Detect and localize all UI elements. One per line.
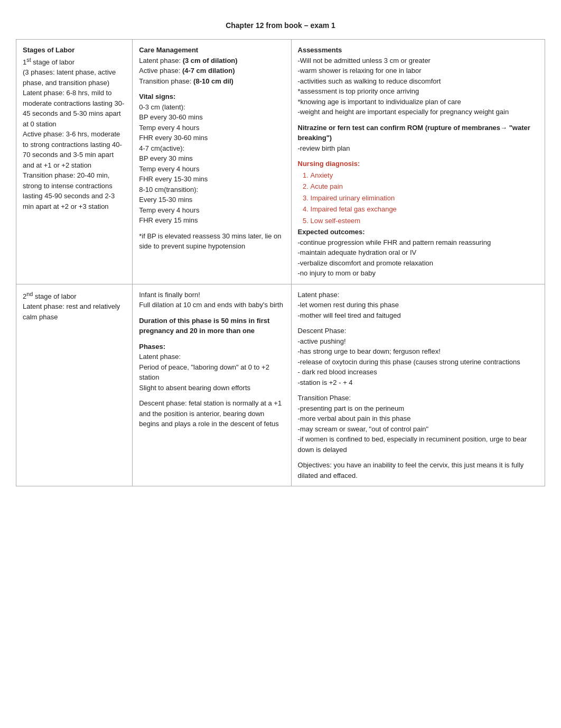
- full-dilation: Full dilation at 10 cm and ends with bab…: [139, 300, 284, 310]
- expected-2: -maintain adequate hydration oral or IV: [298, 247, 538, 258]
- phases-heading: Phases:: [139, 342, 284, 352]
- vs-latent-label: 0-3 cm (latent):: [139, 102, 284, 113]
- active-dilation: Active phase: (4-7 cm dilation): [139, 66, 284, 76]
- descent-urge: -has strong urge to bear down; ferguson …: [298, 346, 538, 357]
- nursing-diagnosis-list: Anxiety Acute pain Impaired urinary elim…: [298, 170, 538, 226]
- page-title: Chapter 12 from book – exam 1: [16, 21, 545, 30]
- col1-row1: Stages of Labor 1st stage of labor (3 ph…: [16, 40, 133, 284]
- latent-phase-desc: Latent phase: 6-8 hrs, mild to moderate …: [23, 88, 126, 129]
- nursing-item-2: Acute pain: [311, 181, 538, 192]
- second-stage-latent: Latent phase: rest and relatively calm p…: [23, 301, 126, 322]
- vs-transition-temp: Temp every 4 hours: [139, 205, 284, 216]
- stages-heading: Stages of Labor: [23, 45, 126, 56]
- vs-transition-label: 8-10 cm(transition):: [139, 185, 284, 195]
- first-stage-label: 1st stage of labor: [23, 56, 126, 68]
- vs-transition-fhr: FHR every 15 mins: [139, 215, 284, 226]
- vs-active-temp: Temp every 4 hours: [139, 164, 284, 174]
- latent-dilation: Latent phase: (3 cm of dilation): [139, 56, 284, 66]
- descent-phase-text: Descent phase: fetal station is normally…: [139, 398, 284, 429]
- active-dilation-bold: (4-7 cm dilation): [182, 67, 235, 75]
- col2-row1: Care Management Latent phase: (3 cm of d…: [133, 40, 291, 284]
- objectives-text: Objectives: you have an inability to fee…: [298, 460, 538, 481]
- phases-latent-label: Latent phase:: [139, 352, 284, 362]
- nitrazine-text: Nitrazine or fern test can confirm ROM (…: [298, 123, 538, 143]
- vs-latent-bp: BP every 30-60 mins: [139, 112, 284, 123]
- descent-station: -station is +2 - + 4: [298, 377, 538, 388]
- table-row-2: 2nd stage of labor Latent phase: rest an…: [16, 284, 545, 486]
- latent-heading-r2: Latent phase:: [298, 290, 538, 300]
- transition-dilation: Transition phase: (8-10 cm dil): [139, 76, 284, 87]
- vs-transition-every: Every 15-30 mins: [139, 195, 284, 205]
- vital-signs-heading: Vital signs:: [139, 91, 284, 102]
- vs-active-fhr: FHR every 15-30 mins: [139, 174, 284, 185]
- duration-text: Duration of this phase is 50 mins in fir…: [139, 316, 284, 336]
- transition-dilation-bold: (8-10 cm dil): [193, 77, 233, 85]
- descent-pushing: -active pushing!: [298, 336, 538, 347]
- bp-note: *if BP is elevated reassess 30 mins late…: [139, 231, 284, 252]
- assessments-heading: Assessments: [298, 45, 538, 56]
- latent-dilation-bold: (3 cm of dilation): [183, 57, 238, 64]
- assessment-admit: -Will not be admitted unless 3 cm or gre…: [298, 56, 538, 66]
- transition-phase-desc: Transition phase: 20-40 min, strong to i…: [23, 170, 126, 211]
- second-stage-label: 2nd stage of labor: [23, 290, 126, 302]
- assessment-priority: *assessment is top priority once arrivin…: [298, 86, 538, 97]
- descent-oxytocin: -release of oxytocin during this phase (…: [298, 357, 538, 367]
- transition-confined: -if women is confined to bed, especially…: [298, 434, 538, 455]
- table-row-1: Stages of Labor 1st stage of labor (3 ph…: [16, 40, 545, 284]
- latent-rest: -let women rest during this phase: [298, 300, 538, 310]
- active-phase-desc: Active phase: 3-6 hrs, moderate to stron…: [23, 129, 126, 170]
- nursing-item-4: Impaired fetal gas exchange: [311, 204, 538, 215]
- vs-latent-fhr: FHR every 30-60 mins: [139, 133, 284, 143]
- infant-born: Infant is finally born!: [139, 290, 284, 300]
- col3-row2: Latent phase: -let women rest during thi…: [291, 284, 545, 486]
- assessment-weight: -weight and height are important especia…: [298, 107, 538, 117]
- expected-4: -no injury to mom or baby: [298, 268, 538, 279]
- transition-heading-r2: Transition Phase:: [298, 393, 538, 403]
- assessment-shower: -warm shower is relaxing for one in labo…: [298, 66, 538, 76]
- transition-verbal: -more verbal about pain in this phase: [298, 413, 538, 424]
- assessment-activities: -activities such as walking to reduce di…: [298, 76, 538, 87]
- col2-row2: Infant is finally born! Full dilation at…: [133, 284, 291, 486]
- phases-latent-bearing: Slight to absent bearing down efforts: [139, 383, 284, 393]
- vs-latent-temp: Temp every 4 hours: [139, 123, 284, 133]
- assessment-age: *knowing age is important to individuali…: [298, 97, 538, 107]
- nursing-item-3: Impaired urinary elimination: [311, 193, 538, 204]
- transition-scream: -may scream or swear, "out of control pa…: [298, 424, 538, 435]
- expected-1: -continue progression while FHR and patt…: [298, 237, 538, 248]
- phases-latent-peace: Period of peace, "laboring down" at 0 to…: [139, 362, 284, 383]
- vs-active-bp: BP every 30 mins: [139, 153, 284, 164]
- expected-3: -verbalize discomfort and promote relaxa…: [298, 258, 538, 269]
- care-management-heading: Care Management: [139, 45, 284, 56]
- expected-outcomes-heading: Expected outcomes:: [298, 227, 538, 237]
- main-table: Stages of Labor 1st stage of labor (3 ph…: [16, 39, 545, 486]
- nursing-item-5: Low self-esteem: [311, 216, 538, 226]
- vs-active-label: 4-7 cm(active):: [139, 143, 284, 154]
- latent-tired: -mother will feel tired and faituged: [298, 310, 538, 321]
- three-phases: (3 phases: latent phase, active phase, a…: [23, 67, 126, 88]
- nursing-diagnosis-heading: Nursing diagnosis:: [298, 159, 538, 169]
- review-birth-plan: -review birth plan: [298, 143, 538, 154]
- transition-presenting: -presenting part is on the perineum: [298, 403, 538, 414]
- nursing-item-1: Anxiety: [311, 170, 538, 181]
- col1-row2: 2nd stage of labor Latent phase: rest an…: [16, 284, 133, 486]
- descent-heading-r2: Descent Phase:: [298, 326, 538, 336]
- col3-row1: Assessments -Will not be admitted unless…: [291, 40, 545, 284]
- descent-blood: - dark red blood increases: [298, 367, 538, 377]
